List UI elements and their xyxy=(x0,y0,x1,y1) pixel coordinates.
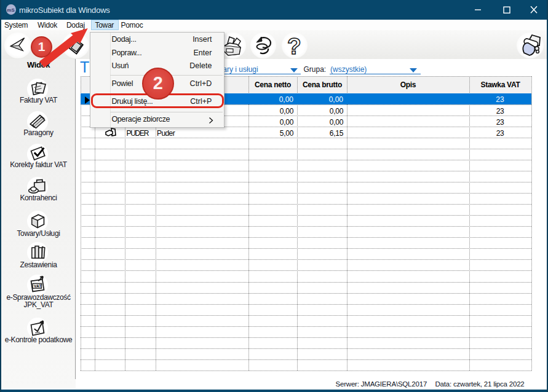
svg-text:?: ? xyxy=(287,34,301,58)
svg-text:VAT: VAT xyxy=(34,284,41,288)
